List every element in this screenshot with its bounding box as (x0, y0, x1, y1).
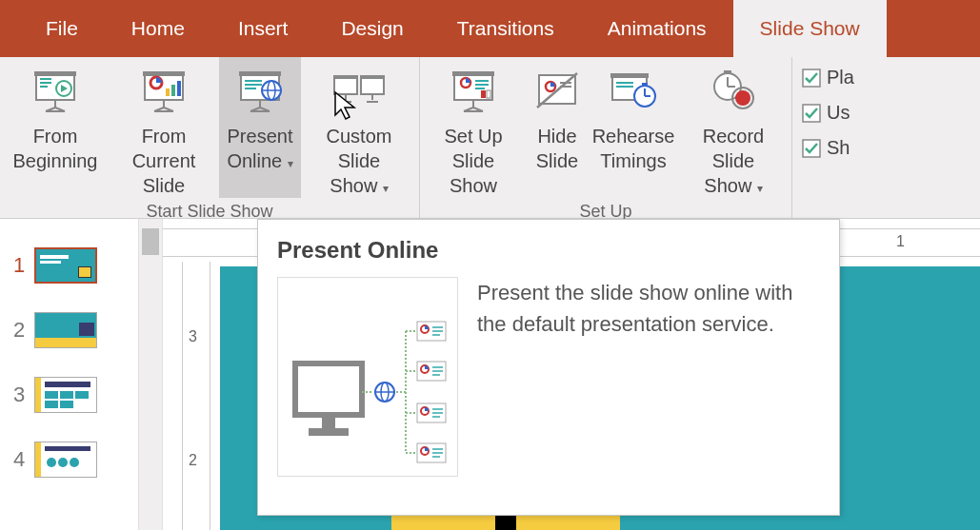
custom-slide-show-button[interactable]: Custom Slide Show ▾ (301, 57, 417, 198)
svg-rect-37 (360, 75, 385, 79)
set-up-slide-show-icon (447, 63, 500, 120)
present-online-tooltip: Present Online Present th (257, 219, 840, 516)
scrollbar-thumb[interactable] (142, 228, 159, 255)
svg-rect-15 (177, 81, 181, 96)
hide-slide-icon (533, 63, 581, 120)
btn-label: Current Slide (112, 148, 215, 198)
tooltip-text: Present the slide show online with the d… (477, 277, 820, 477)
svg-rect-68 (724, 70, 731, 74)
checkbox-label: Us (827, 102, 850, 124)
use-timings-checkbox[interactable]: Us (802, 102, 854, 124)
ruler-tick: 2 (189, 452, 197, 469)
svg-rect-74 (295, 363, 362, 415)
checkbox-column: Pla Us Sh (792, 57, 854, 218)
svg-rect-33 (333, 75, 358, 79)
svg-rect-11 (143, 71, 185, 76)
checkbox-checked-icon (802, 104, 821, 123)
hide-slide-button[interactable]: Hide Slide (525, 57, 590, 198)
slide-thumbnail-3[interactable]: 3 (13, 377, 138, 413)
btn-label: Record Slide (681, 124, 786, 173)
tab-transitions[interactable]: Transitions (430, 0, 581, 57)
slide-thumbnail-2[interactable]: 2 (13, 312, 138, 348)
svg-rect-32 (334, 77, 357, 94)
btn-label: Present (228, 124, 293, 148)
btn-label: Custom Slide (305, 124, 413, 173)
svg-rect-13 (166, 88, 170, 96)
ribbon: From Beginning From Current Slide Presen… (0, 57, 980, 219)
tab-insert[interactable]: Insert (211, 0, 315, 57)
custom-slide-show-icon (330, 63, 388, 120)
from-current-slide-icon (137, 63, 190, 120)
slide-thumbnail-1[interactable]: 1 (13, 247, 138, 284)
svg-point-69 (735, 90, 750, 106)
thumbnail-preview (34, 442, 97, 478)
dropdown-arrow-icon: ▾ (753, 182, 762, 195)
svg-rect-76 (309, 428, 349, 436)
from-beginning-button[interactable]: From Beginning (2, 57, 109, 198)
svg-rect-47 (487, 90, 490, 98)
btn-label: From (142, 124, 187, 148)
tooltip-title: Present Online (277, 237, 820, 264)
thumbnail-preview (34, 312, 97, 348)
ruler-tick: 1 (896, 233, 905, 250)
btn-label: Slide (536, 148, 578, 173)
btn-label: Show ▾ (330, 173, 388, 198)
thumbnail-preview (34, 377, 97, 413)
svg-rect-1 (34, 71, 76, 76)
thumbnail-preview (34, 247, 97, 284)
record-slide-show-button[interactable]: Record Slide Show ▾ (677, 57, 790, 198)
tab-home[interactable]: Home (105, 0, 211, 57)
btn-label: Set Up (444, 124, 502, 148)
slide-number: 4 (13, 447, 25, 472)
tab-slideshow[interactable]: Slide Show (733, 0, 887, 57)
btn-label: Beginning (13, 148, 98, 173)
dropdown-arrow-icon: ▾ (284, 157, 292, 170)
present-online-button[interactable]: Present Online ▾ (219, 57, 301, 198)
vertical-ruler: 3 2 (182, 262, 210, 530)
btn-label: Slide Show (426, 148, 521, 198)
thumbnail-scrollbar[interactable] (138, 219, 163, 530)
group-set-up: Set Up Slide Show Hide Slide Rehearse Ti… (420, 57, 792, 218)
slide-number: 2 (13, 318, 25, 343)
slide-number: 1 (13, 253, 25, 278)
btn-label: From (33, 124, 78, 148)
svg-rect-14 (171, 85, 175, 96)
btn-label: Online ▾ (227, 148, 292, 173)
tooltip-illustration (277, 277, 458, 477)
rehearse-timings-button[interactable]: Rehearse Timings (590, 57, 677, 198)
show-media-controls-checkbox[interactable]: Sh (802, 137, 854, 159)
tab-file[interactable]: File (19, 0, 105, 57)
group-start-slide-show: From Beginning From Current Slide Presen… (0, 57, 420, 218)
checkbox-label: Sh (827, 137, 850, 159)
btn-label: Hide (537, 124, 576, 148)
svg-rect-41 (452, 71, 494, 76)
tab-design[interactable]: Design (314, 0, 430, 57)
tab-animations[interactable]: Animations (581, 0, 733, 57)
record-slide-show-icon (707, 63, 760, 120)
slide-number: 3 (13, 383, 25, 407)
svg-rect-46 (481, 90, 486, 98)
svg-rect-58 (610, 73, 649, 78)
play-narrations-checkbox[interactable]: Pla (802, 67, 854, 88)
btn-label: Timings (600, 148, 666, 173)
from-beginning-icon (29, 63, 82, 120)
svg-rect-36 (361, 77, 384, 94)
rehearse-timings-icon (607, 63, 660, 120)
ribbon-tabstrip: File Home Insert Design Transitions Anim… (0, 0, 980, 57)
slide-thumbnail-panel: 1 2 3 4 (0, 219, 138, 530)
set-up-slide-show-button[interactable]: Set Up Slide Show (422, 57, 525, 198)
btn-label: Rehearse (592, 124, 675, 148)
from-current-slide-button[interactable]: From Current Slide (109, 57, 219, 198)
ruler-tick: 3 (189, 328, 197, 345)
svg-rect-64 (642, 83, 648, 86)
checkbox-label: Pla (827, 67, 854, 88)
btn-label: Show ▾ (704, 173, 762, 198)
svg-rect-21 (239, 71, 281, 76)
svg-rect-75 (322, 415, 335, 430)
slide-thumbnail-4[interactable]: 4 (13, 442, 138, 478)
present-online-icon (233, 63, 287, 120)
checkbox-checked-icon (802, 69, 821, 88)
dropdown-arrow-icon: ▾ (379, 182, 388, 195)
checkbox-checked-icon (802, 139, 821, 158)
